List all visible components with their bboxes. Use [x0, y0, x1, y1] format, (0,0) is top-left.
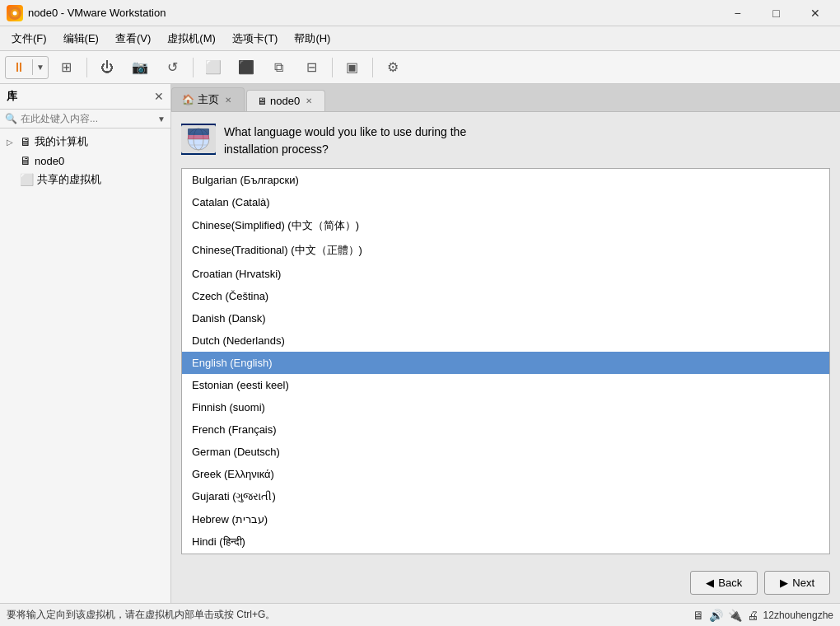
svg-rect-9: [188, 128, 209, 135]
window-title: node0 - VMware Workstation: [28, 7, 719, 19]
printer-icon: 🖨: [747, 609, 758, 622]
sidebar: 库 ✕ 🔍 ▼ ▷ 🖥 我的计算机 🖥 node0 ⬜ 共享的虚拟机: [0, 84, 171, 603]
list-item[interactable]: Chinese(Traditional) (中文（正體）): [182, 238, 829, 263]
status-user-text: 12zhouhengzhe: [763, 610, 833, 621]
usb-icon: 🔌: [728, 609, 742, 622]
maximize-button[interactable]: □: [758, 2, 795, 25]
pause-button[interactable]: ⏸: [6, 57, 32, 78]
list-item[interactable]: Hindi (हिन्दी): [182, 530, 829, 554]
monitor-icon: 🖥: [693, 609, 704, 622]
list-item[interactable]: Danish (Dansk): [182, 307, 829, 329]
separator-3: [332, 58, 333, 77]
sidebar-header: 库 ✕: [0, 84, 170, 110]
question-text: What language would you like to use duri…: [224, 124, 466, 158]
settings-button[interactable]: ⚙: [378, 54, 408, 82]
tab-node0-label: node0: [270, 95, 300, 107]
flag-icon: [181, 124, 216, 155]
list-item[interactable]: Hebrew (עברית): [182, 508, 829, 530]
list-item[interactable]: French (Français): [182, 418, 829, 441]
minimize-button[interactable]: −: [719, 2, 756, 25]
content-area: 🏠 主页 ✕ 🖥 node0 ✕: [171, 84, 840, 603]
revert-button[interactable]: ↺: [158, 54, 188, 82]
menu-bar: 文件(F) 编辑(E) 查看(V) 虚拟机(M) 选项卡(T) 帮助(H): [0, 26, 840, 51]
search-input[interactable]: [21, 113, 154, 124]
separator-2: [193, 58, 194, 77]
status-right: 🖥 🔊 🔌 🖨 12zhouhengzhe: [693, 609, 833, 622]
sidebar-close-button[interactable]: ✕: [154, 90, 164, 103]
back-button[interactable]: ◀ Back: [690, 571, 758, 595]
tab-home[interactable]: 🏠 主页 ✕: [171, 87, 245, 111]
tab-bar: 🏠 主页 ✕ 🖥 node0 ✕: [171, 84, 840, 112]
node0-label: node0: [35, 155, 64, 167]
list-item[interactable]: Greek (Ελληνικά): [182, 463, 829, 485]
sidebar-item-shared-vms[interactable]: ⬜ 共享的虚拟机: [0, 170, 170, 189]
power-button[interactable]: ⏻: [92, 54, 122, 82]
list-item[interactable]: Estonian (eesti keel): [182, 374, 829, 396]
view-unity-button[interactable]: ⧉: [264, 54, 294, 82]
shared-label: 共享的虚拟机: [37, 172, 101, 187]
snapshot-button[interactable]: 📷: [125, 54, 155, 82]
window-controls: − □ ✕: [719, 2, 833, 25]
menu-file[interactable]: 文件(F): [3, 28, 55, 49]
menu-view[interactable]: 查看(V): [107, 28, 159, 49]
language-list-container: Bulgarian (Български)Catalan (Català)Chi…: [181, 168, 830, 554]
separator-4: [372, 58, 373, 77]
list-item[interactable]: German (Deutsch): [182, 441, 829, 463]
search-dropdown-button[interactable]: ▼: [157, 114, 166, 124]
button-row: ◀ Back ▶ Next: [171, 563, 840, 603]
my-computer-label: 我的计算机: [35, 134, 88, 149]
next-button[interactable]: ▶ Next: [764, 571, 830, 595]
back-arrow-icon: ◀: [706, 577, 714, 589]
language-section: What language would you like to use duri…: [171, 115, 840, 563]
menu-options[interactable]: 选项卡(T): [224, 28, 287, 49]
tab-home-label: 主页: [198, 92, 219, 107]
vm-content[interactable]: What language would you like to use duri…: [171, 112, 840, 563]
status-left-text: 要将输入定向到该虚拟机，请在虚拟机内部单击或按 Ctrl+G。: [7, 608, 275, 622]
vm-icon: 🖥: [20, 154, 31, 167]
speaker-icon: 🔊: [709, 609, 723, 622]
list-item[interactable]: Bulgarian (Български): [182, 169, 829, 191]
back-label: Back: [718, 577, 742, 589]
main-layout: 库 ✕ 🔍 ▼ ▷ 🖥 我的计算机 🖥 node0 ⬜ 共享的虚拟机: [0, 84, 840, 603]
view-normal-button[interactable]: ⬜: [198, 54, 228, 82]
list-item[interactable]: Dutch (Nederlands): [182, 329, 829, 352]
list-item[interactable]: Finnish (suomi): [182, 396, 829, 418]
list-item[interactable]: Chinese(Simplified) (中文（简体）): [182, 213, 829, 238]
pause-group: ⏸ ▼: [5, 56, 49, 79]
send-ctrl-alt-del-button[interactable]: ⊞: [52, 54, 82, 82]
next-arrow-icon: ▶: [780, 577, 788, 589]
app-icon: [7, 5, 23, 21]
expand-icon: ▷: [7, 138, 16, 147]
sidebar-item-node0[interactable]: 🖥 node0: [0, 152, 170, 170]
list-item[interactable]: Croatian (Hrvatski): [182, 263, 829, 285]
pause-dropdown[interactable]: ▼: [32, 59, 48, 75]
title-bar: node0 - VMware Workstation − □ ✕: [0, 0, 840, 26]
menu-vm[interactable]: 虚拟机(M): [159, 28, 224, 49]
list-item[interactable]: English (English): [182, 352, 829, 374]
svg-rect-10: [188, 135, 209, 139]
shared-icon: ⬜: [20, 173, 34, 186]
view-zoom-button[interactable]: ⊟: [297, 54, 327, 82]
close-button[interactable]: ✕: [796, 2, 833, 25]
home-icon: 🏠: [182, 94, 194, 105]
toolbar: ⏸ ▼ ⊞ ⏻ 📷 ↺ ⬜ ⬛ ⧉ ⊟ ▣ ⚙: [0, 51, 840, 84]
sidebar-tree: ▷ 🖥 我的计算机 🖥 node0 ⬜ 共享的虚拟机: [0, 128, 170, 603]
menu-help[interactable]: 帮助(H): [286, 28, 338, 49]
search-icon: 🔍: [5, 113, 17, 124]
computer-icon: 🖥: [20, 135, 31, 148]
language-question-row: What language would you like to use duri…: [181, 124, 830, 158]
view-full-button[interactable]: ⬛: [231, 54, 261, 82]
language-list[interactable]: Bulgarian (Български)Catalan (Català)Chi…: [182, 169, 829, 554]
list-item[interactable]: Czech (Čeština): [182, 285, 829, 307]
sidebar-title: 库: [7, 89, 17, 104]
tab-home-close[interactable]: ✕: [222, 95, 234, 105]
menu-edit[interactable]: 编辑(E): [55, 28, 107, 49]
tab-node0-close[interactable]: ✕: [303, 96, 315, 106]
list-item[interactable]: Gujarati (ગુજરાતી): [182, 485, 829, 508]
list-item[interactable]: Catalan (Català): [182, 191, 829, 213]
sidebar-search[interactable]: 🔍 ▼: [0, 110, 170, 128]
terminal-button[interactable]: ▣: [338, 54, 367, 82]
sidebar-item-my-computer[interactable]: ▷ 🖥 我的计算机: [0, 132, 170, 152]
tab-node0[interactable]: 🖥 node0 ✕: [246, 90, 325, 111]
status-bar: 要将输入定向到该虚拟机，请在虚拟机内部单击或按 Ctrl+G。 🖥 🔊 🔌 🖨 …: [0, 603, 840, 626]
